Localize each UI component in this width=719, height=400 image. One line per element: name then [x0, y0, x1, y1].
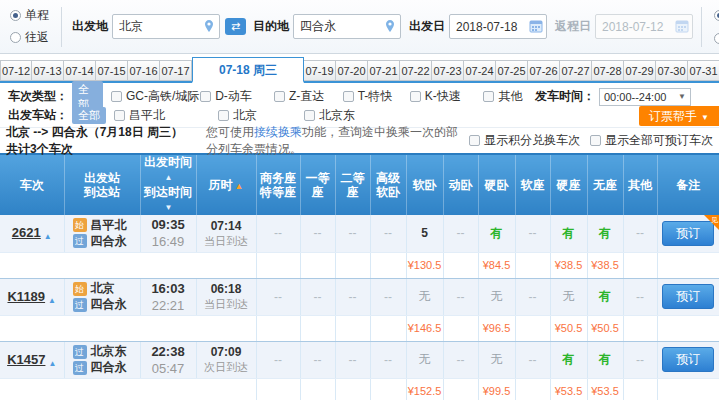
filter-label: 昌平北 — [129, 107, 165, 124]
date-tab[interactable]: 07-20 — [336, 60, 368, 81]
sort-desc-icon: ▼ — [165, 203, 173, 212]
calendar-icon[interactable] — [529, 19, 543, 33]
date-tab-active[interactable]: 07-18 周三 — [192, 57, 304, 83]
date-tab[interactable]: 07-21 — [368, 60, 400, 81]
date-tab[interactable]: 07-31 — [688, 60, 719, 81]
seat-cell: -- — [256, 215, 300, 252]
price-cell: ¥84.5 — [478, 252, 515, 278]
one-way-radio[interactable]: 单程 — [10, 7, 49, 24]
date-tab[interactable]: 07-19 — [304, 60, 336, 81]
train-no-link[interactable]: K1189 — [7, 289, 45, 304]
col-other: 其他 — [623, 154, 657, 215]
seat-cell: -- — [623, 215, 657, 252]
points-exchange-checkbox[interactable]: 显示积分兑换车次 — [469, 132, 580, 149]
price-cell — [515, 315, 550, 341]
book-button[interactable]: 预订 — [662, 284, 714, 309]
filter-label: D-动车 — [215, 88, 252, 105]
price-cell — [515, 252, 550, 278]
all-bookable-checkbox[interactable]: 显示全部可预订车次 — [590, 132, 713, 149]
date-tab[interactable]: 07-24 — [464, 60, 496, 81]
date-tab[interactable]: 07-27 — [560, 60, 592, 81]
date-tab[interactable]: 07-12 — [0, 60, 32, 81]
filter-option-t[interactable]: T-特快 — [343, 88, 410, 105]
note-cell: 预订 — [657, 278, 719, 315]
seat-cell: 有 — [587, 215, 623, 252]
date-tab[interactable]: 07-14 — [64, 60, 96, 81]
checkbox-icon — [200, 91, 211, 102]
price-row: ¥152.5 ¥99.5 ¥53.5 ¥53.5 — [0, 378, 719, 400]
radio-selected-icon — [714, 10, 719, 21]
normal-radio[interactable]: 普通 — [714, 7, 719, 24]
stations-cell: 始昌平北 过四合永 — [64, 215, 140, 252]
sort-asc-icon-active: ▲ — [235, 181, 244, 191]
seat-cell: -- — [370, 278, 406, 315]
swap-stations-icon[interactable]: ⇄ — [225, 18, 246, 35]
date-tab[interactable]: 07-29 — [624, 60, 656, 81]
location-pin-icon[interactable] — [202, 19, 216, 33]
price-cell: ¥130.5 — [406, 252, 443, 278]
date-tab[interactable]: 07-30 — [656, 60, 688, 81]
filter-option-beijingdong[interactable]: 北京东 — [304, 107, 384, 124]
filter-label: K-快速 — [425, 88, 461, 105]
depart-time-value: 00:00--24:00 — [604, 91, 666, 103]
seat-cell: -- — [300, 341, 335, 378]
arrive-station: 四合永 — [91, 359, 127, 376]
expand-icon[interactable]: ▲ — [48, 296, 56, 305]
col-duration-sortable[interactable]: 历时▲ — [196, 154, 256, 215]
depart-time-select[interactable]: 00:00--24:00▼ — [599, 88, 691, 106]
return-date-label: 返程日 — [555, 18, 591, 35]
seat-cell: -- — [370, 215, 406, 252]
seat-cell: 有 — [587, 341, 623, 378]
sort-asc-icon: ▲ — [165, 173, 173, 182]
expand-icon[interactable]: ▲ — [44, 232, 52, 241]
price-cell: ¥99.5 — [478, 378, 515, 400]
train-row: K1189▲ 始北京 过四合永 16:0322:21 06:18当日到达 -- … — [0, 278, 719, 315]
filter-option-beijing[interactable]: 北京 — [218, 107, 304, 124]
student-radio[interactable]: 学生 — [714, 30, 719, 47]
date-tab[interactable]: 07-13 — [32, 60, 64, 81]
date-tab[interactable]: 07-15 — [96, 60, 128, 81]
depart-station-all-badge[interactable]: 全部 — [72, 107, 106, 124]
filter-option-other[interactable]: 其他 — [483, 88, 535, 105]
train-no-link[interactable]: 2621 — [12, 225, 41, 240]
times-cell: 16:0322:21 — [140, 278, 196, 315]
filter-option-d[interactable]: D-动车 — [200, 88, 274, 105]
filter-option-changpingbei[interactable]: 昌平北 — [114, 107, 218, 124]
booking-helper-button[interactable]: 订票帮手▼ — [639, 106, 719, 126]
filter-option-gc[interactable]: GC-高铁/城际 — [111, 88, 200, 105]
location-pin-icon[interactable] — [383, 19, 397, 33]
seat-cell: -- — [335, 215, 370, 252]
price-cell — [443, 378, 478, 400]
date-tab[interactable]: 07-25 — [496, 60, 528, 81]
price-cell — [256, 315, 300, 341]
book-button[interactable]: 预订 — [662, 347, 714, 372]
round-trip-radio[interactable]: 往返 — [10, 29, 49, 46]
train-no-link[interactable]: K1457 — [7, 352, 45, 367]
col-emu-sleeper: 动卧 — [443, 154, 478, 215]
date-tab[interactable]: 07-26 — [528, 60, 560, 81]
price-cell — [300, 378, 335, 400]
date-tab[interactable]: 07-28 — [592, 60, 624, 81]
times-cell: 22:3805:47 — [140, 341, 196, 378]
round-trip-label: 往返 — [25, 29, 49, 46]
expand-icon[interactable]: ▲ — [48, 359, 56, 368]
duration-cell: 06:18当日到达 — [196, 278, 256, 315]
search-bar: 单程 往返 出发地 ⇄ 目的地 出发日 返程日 普通 学生 — [0, 0, 719, 54]
train-no-cell: K1457▲ — [0, 341, 64, 378]
price-row: ¥146.5 ¥96.5 ¥50.5 ¥50.5 — [0, 315, 719, 341]
date-tab[interactable]: 07-17 — [160, 60, 192, 81]
col-second-class: 二等座 — [335, 154, 370, 215]
seat-cell: 无 — [406, 341, 443, 378]
transfer-link[interactable]: 接续换乘 — [254, 125, 302, 139]
date-tab[interactable]: 07-22 — [400, 60, 432, 81]
col-soft-seat: 软座 — [515, 154, 550, 215]
date-tab[interactable]: 07-23 — [432, 60, 464, 81]
filter-option-z[interactable]: Z-直达 — [274, 88, 343, 105]
date-tab[interactable]: 07-16 — [128, 60, 160, 81]
seat-cell: -- — [300, 278, 335, 315]
to-label: 目的地 — [253, 18, 289, 35]
col-times-sortable[interactable]: 出发时间▲到达时间▼ — [140, 154, 196, 215]
filter-option-k[interactable]: K-快速 — [410, 88, 484, 105]
col-business-seat: 商务座特等座 — [256, 154, 300, 215]
price-cell — [623, 378, 657, 400]
